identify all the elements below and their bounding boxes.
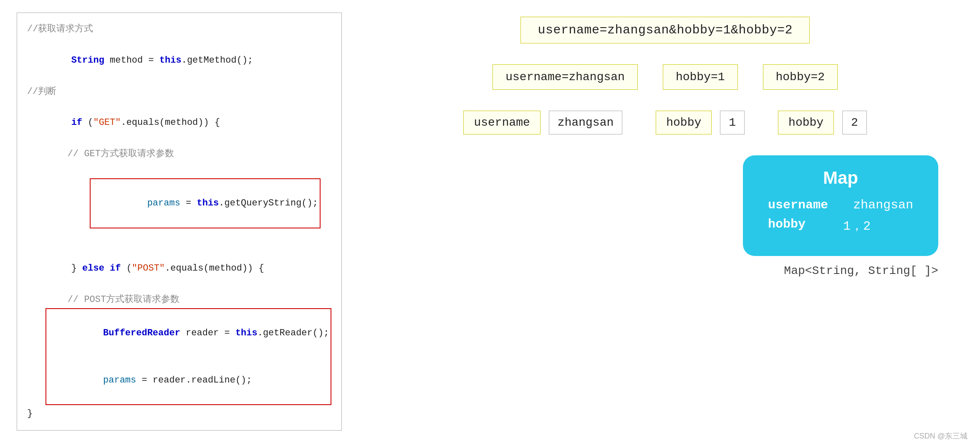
kv-key-1: hobby xyxy=(656,111,712,134)
map-section: Map username zhangsan hobby 1，2 Map<Stri… xyxy=(367,155,938,277)
code-line-3: //判断 xyxy=(27,84,331,99)
code-line-8: // POST方式获取请求参数 xyxy=(27,292,331,307)
map-card: Map username zhangsan hobby 1，2 xyxy=(743,155,938,256)
map-card-val-1: 1，2 xyxy=(843,217,871,234)
code-highlight-reader: BufferedReader reader = this.getReader()… xyxy=(45,308,331,405)
code-line-2: String method = this.getMethod(); xyxy=(27,37,331,84)
kv-key-0: username xyxy=(463,111,540,134)
code-highlight-getquerystring: params = this.getQueryString(); xyxy=(90,178,321,228)
map-card-key-0: username xyxy=(768,198,828,212)
code-line-6: params = this.getQueryString(); xyxy=(27,162,331,245)
right-panel: username=zhangsan&hobby=1&hobby=2 userna… xyxy=(367,13,963,433)
left-panel: //获取请求方式 String method = this.getMethod(… xyxy=(17,13,342,433)
main-container: //获取请求方式 String method = this.getMethod(… xyxy=(0,0,980,446)
code-line-5: // GET方式获取请求参数 xyxy=(27,146,331,162)
kv-val-0: zhangsan xyxy=(549,111,622,134)
kv-val-2: 2 xyxy=(842,111,867,134)
watermark: CSDN @东三城 xyxy=(914,431,967,441)
map-card-val-0: zhangsan xyxy=(853,198,913,212)
split-params-row: username=zhangsan hobby=1 hobby=2 xyxy=(367,64,963,90)
code-line-9: BufferedReader reader = this.getReader()… xyxy=(48,310,329,357)
map-type-label: Map<String, String[ ]> xyxy=(784,264,938,277)
url-box: username=zhangsan&hobby=1&hobby=2 xyxy=(520,17,810,43)
kv-key-2: hobby xyxy=(778,111,834,134)
map-card-row-1: hobby 1，2 xyxy=(768,217,913,234)
map-card-key-1: hobby xyxy=(768,217,818,234)
code-line-7: } else if ("POST".equals(method)) { xyxy=(27,245,331,291)
code-line-1: //获取请求方式 xyxy=(27,21,331,37)
map-card-title: Map xyxy=(768,168,913,188)
code-line-11: } xyxy=(27,406,331,421)
param-box-2: hobby=2 xyxy=(763,64,838,90)
kv-val-1: 1 xyxy=(720,111,745,134)
code-block: //获取请求方式 String method = this.getMethod(… xyxy=(17,13,342,431)
kv-row: username zhangsan hobby 1 hobby 2 xyxy=(367,111,963,134)
code-line-10: params = reader.readLine(); xyxy=(48,357,329,403)
url-box-row: username=zhangsan&hobby=1&hobby=2 xyxy=(367,17,963,43)
map-card-row-0: username zhangsan xyxy=(768,198,913,212)
code-line-4: if ("GET".equals(method)) { xyxy=(27,99,331,146)
param-box-0: username=zhangsan xyxy=(493,64,638,90)
param-box-1: hobby=1 xyxy=(663,64,738,90)
